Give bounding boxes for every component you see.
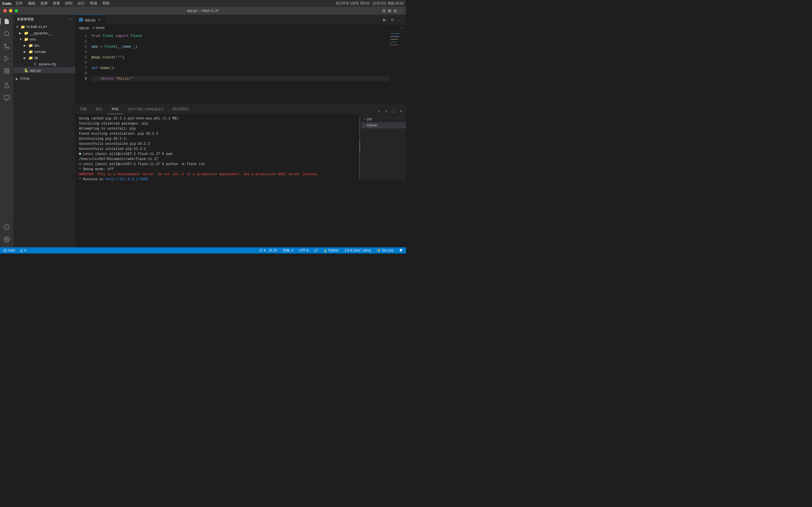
breadcrumb-sep: › <box>90 26 91 30</box>
tree-env[interactable]: ▼ 📁 env <box>13 36 75 42</box>
status-notification[interactable] <box>398 247 404 253</box>
status-bar: ✕ main 0 行 9，列 20 空格: 4 UTF-8 LF 🐍 <box>0 247 406 253</box>
maximize-button[interactable] <box>15 9 18 12</box>
svg-point-3 <box>4 44 6 46</box>
tree-timeline[interactable]: ▶ 时间轴 <box>13 75 75 82</box>
status-golive[interactable]: ⚡ Go Live <box>375 247 395 253</box>
breadcrumb-file[interactable]: app.py <box>79 26 89 30</box>
tab-row: app.py ✕ ▶ ⧉ ··· <box>75 15 406 25</box>
panel-tab-debug[interactable]: 调试控制台 <box>168 104 194 114</box>
status-errors[interactable]: ✕ main <box>2 247 16 253</box>
status-eol[interactable]: LF <box>313 247 319 253</box>
panel-scrollbar[interactable] <box>359 114 361 180</box>
term-line-3: Attempting to uninstall: pip <box>79 126 355 131</box>
activity-debug[interactable] <box>1 53 12 64</box>
svg-point-0 <box>4 32 8 36</box>
menu-select[interactable]: 选择 <box>38 0 50 6</box>
status-position[interactable]: 行 9，列 20 <box>258 247 278 253</box>
code-line-9: return "Hello!" <box>91 76 389 81</box>
term-line-1: Using cached pip-22.3.1-py3-none-any.whl… <box>79 116 355 121</box>
activity-testing[interactable] <box>1 80 12 91</box>
svg-rect-6 <box>7 69 9 70</box>
status-interpreter[interactable]: 3.9.4 ('env': venv) <box>343 247 372 253</box>
panel-toggle-icon[interactable]: ⊞ <box>388 8 391 13</box>
activity-search[interactable] <box>1 28 12 40</box>
sidebar-toggle-icon[interactable]: ⊟ <box>382 8 386 13</box>
status-eol-label: LF <box>314 248 318 252</box>
pycache-label: __pycache__ <box>30 31 52 35</box>
panel-close[interactable]: ✕ <box>398 108 404 114</box>
pycache-folder-icon: 📁 <box>24 31 29 35</box>
tree-bin[interactable]: ▶ 📁 bin <box>13 42 75 48</box>
menu-view[interactable]: 查看 <box>50 0 62 6</box>
activity-git[interactable] <box>1 41 12 52</box>
timeline-label: 时间轴 <box>20 76 30 81</box>
svg-rect-7 <box>7 71 9 73</box>
menu-go[interactable]: 转到 <box>63 0 75 6</box>
term-cmd-1-text: (env) (base) a1l1@ccv587-2 flask-11.27 %… <box>83 152 172 157</box>
status-bar-right: 行 9，列 20 空格: 4 UTF-8 LF 🐍 Python 3.9.4 (… <box>258 247 404 253</box>
code-line-4 <box>91 49 389 55</box>
menu-terminal[interactable]: 终端 <box>88 0 100 6</box>
svg-rect-10 <box>4 96 9 100</box>
sidebar-header: 资源管理器 ··· <box>13 15 75 24</box>
tab-close-button[interactable]: ✕ <box>97 17 102 22</box>
editor-scroll[interactable]: 1 2 3 4 5 6 7 8 9 from flask import Flas… <box>75 31 406 104</box>
activity-extra1[interactable] <box>1 93 12 104</box>
terminal-output[interactable]: Using cached pip-22.3.1-py3-none-any.whl… <box>75 114 359 180</box>
menu-help[interactable]: 帮助 <box>100 0 112 6</box>
layout-icon[interactable]: ⊟ <box>394 8 397 13</box>
menubar-stats: 93.0万字 132字 3字/分 <box>336 1 370 6</box>
menu-file[interactable]: 文件 <box>13 0 25 6</box>
term-url[interactable]: http://127.0.0.1:5000 <box>105 177 148 180</box>
close-button[interactable] <box>3 9 7 12</box>
ln5: 5 <box>75 55 87 60</box>
activity-extensions[interactable] <box>1 65 12 76</box>
panel-tab-terminal[interactable]: 终端 <box>107 104 123 114</box>
panel-tab-problems[interactable]: 问题 <box>75 104 91 114</box>
status-warnings[interactable]: 0 <box>18 247 28 253</box>
panel-collapse[interactable]: ∧ <box>384 108 389 114</box>
status-encoding[interactable]: UTF-8 <box>298 247 310 253</box>
panel-tab-output[interactable]: 输出 <box>91 104 107 114</box>
panel-tabs: 问题 输出 终端 JUPYTER: VARIABLES 调试控制台 + ∧ □ … <box>75 105 406 114</box>
tree-apppy[interactable]: ▶ 🐍 app.py <box>13 67 75 73</box>
tree-include[interactable]: ▶ 📁 include <box>13 48 75 55</box>
editor-and-panel: 1 2 3 4 5 6 7 8 9 from flask import Flas… <box>75 31 406 247</box>
sidebar-more-icon[interactable]: ··· <box>68 17 72 21</box>
activity-settings[interactable] <box>1 234 12 245</box>
term-dot-green <box>79 153 81 155</box>
panel-tab-jupyter[interactable]: JUPYTER: VARIABLES <box>123 104 168 114</box>
pyvenv-file-icon: ⚙ <box>33 62 38 66</box>
activity-collection[interactable] <box>1 221 12 233</box>
minimize-button[interactable] <box>9 9 12 12</box>
more-icon[interactable]: ··· <box>399 8 403 13</box>
terminal-instance-python[interactable]: › Python <box>361 122 406 128</box>
status-lang-icon: 🐍 <box>324 249 327 252</box>
panel-maximize[interactable]: □ <box>391 108 396 114</box>
include-arrow: ▶ <box>24 50 28 53</box>
tree-pyvenv[interactable]: ▶ ⚙ pyvenv.cfg <box>13 61 75 67</box>
split-editor-button[interactable]: ⧉ <box>389 16 396 23</box>
apppy-file-icon: 🐍 <box>24 68 29 72</box>
status-spaces[interactable]: 空格: 4 <box>282 247 294 253</box>
minimap-toggle[interactable]: ≡ <box>400 25 403 30</box>
activity-files[interactable] <box>1 16 12 27</box>
panel-add-terminal[interactable]: + <box>376 108 382 114</box>
tab-apppy[interactable]: app.py ✕ <box>75 15 105 24</box>
terminal-instance-zsh[interactable]: › zsh <box>361 116 406 122</box>
minimap <box>389 31 406 104</box>
run-button[interactable]: ▶ <box>381 16 388 23</box>
tree-pycache[interactable]: ▶ 📁 __pycache__ <box>13 30 75 36</box>
code-editor[interactable]: from flask import Flask app = Flask(__na… <box>89 31 389 104</box>
tab-py-icon <box>79 18 83 22</box>
status-language[interactable]: 🐍 Python <box>322 247 340 253</box>
tree-project-root[interactable]: ▼ 📁 FLASK-11.27 <box>13 24 75 30</box>
tree-lib[interactable]: ▶ 📁 lib <box>13 55 75 61</box>
env-arrow: ▼ <box>19 38 24 41</box>
menu-run[interactable]: 运行 <box>75 0 87 6</box>
menu-edit[interactable]: 编辑 <box>26 0 38 6</box>
editor-more-button[interactable]: ··· <box>397 16 404 23</box>
breadcrumb-symbol[interactable]: home <box>96 26 105 30</box>
lib-arrow: ▶ <box>24 56 28 59</box>
